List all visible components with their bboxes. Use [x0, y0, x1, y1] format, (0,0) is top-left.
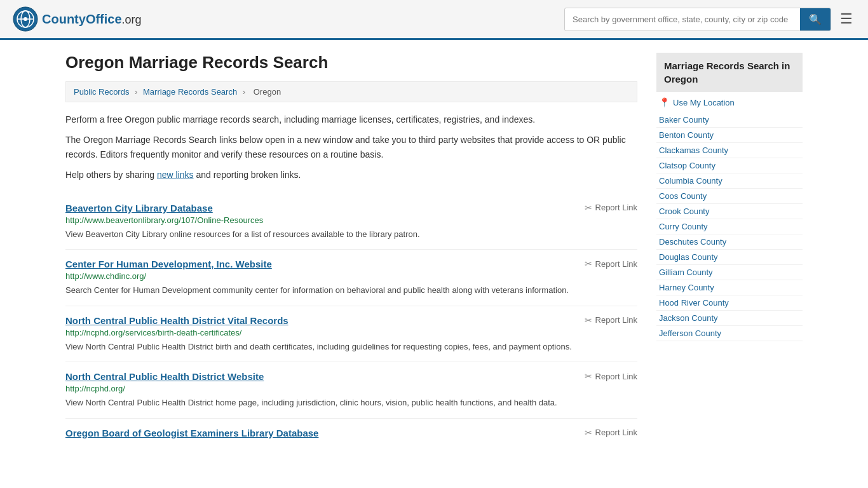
sidebar-county-link[interactable]: Harney County — [656, 280, 803, 295]
intro-paragraph-1: Perform a free Oregon public marriage re… — [65, 112, 637, 126]
result-desc: View North Central Public Health Distric… — [65, 396, 637, 409]
result-item: Center For Human Development, Inc. Websi… — [65, 250, 637, 306]
result-header: North Central Public Health District Vit… — [65, 315, 637, 326]
sidebar-title: Marriage Records Search in Oregon — [656, 53, 803, 92]
result-title[interactable]: North Central Public Health District Vit… — [65, 315, 288, 326]
intro3-prefix: Help others by sharing — [65, 170, 157, 180]
report-link-button[interactable]: ✂ Report Link — [585, 259, 637, 269]
result-title[interactable]: Beaverton City Library Database — [65, 203, 213, 214]
sidebar-county-link[interactable]: Crook County — [656, 204, 803, 219]
location-pin-icon: 📍 — [659, 97, 670, 107]
sidebar-county-link[interactable]: Coos County — [656, 189, 803, 204]
report-icon: ✂ — [585, 315, 592, 325]
breadcrumb-oregon: Oregon — [254, 87, 281, 97]
report-label: Report Link — [595, 372, 637, 381]
sidebar-county-link[interactable]: Hood River County — [656, 295, 803, 311]
main-layout: Oregon Marriage Records Search Public Re… — [53, 40, 815, 460]
search-bar: 🔍 — [564, 8, 831, 31]
logo-area: CountyOffice.org — [13, 6, 142, 32]
report-label: Report Link — [595, 259, 637, 269]
sidebar-county-link[interactable]: Jackson County — [656, 311, 803, 326]
svg-point-4 — [24, 17, 27, 21]
result-header: North Central Public Health District Web… — [65, 371, 637, 382]
new-links-link[interactable]: new links — [157, 170, 194, 180]
sidebar-county-link[interactable]: Clatsop County — [656, 158, 803, 173]
menu-button[interactable]: ☰ — [837, 8, 855, 30]
sidebar-county-link[interactable]: Benton County — [656, 128, 803, 143]
result-item: North Central Public Health District Web… — [65, 362, 637, 419]
breadcrumb-marriage-records[interactable]: Marriage Records Search — [143, 87, 237, 97]
result-url[interactable]: http://ncphd.org/ — [65, 384, 637, 393]
intro-paragraph-3: Help others by sharing new links and rep… — [65, 168, 637, 182]
report-label: Report Link — [595, 428, 637, 437]
sidebar-county-link[interactable]: Douglas County — [656, 250, 803, 265]
result-item: Oregon Board of Geologist Examiners Libr… — [65, 419, 637, 447]
result-header: Beaverton City Library Database ✂ Report… — [65, 203, 637, 214]
result-item: North Central Public Health District Vit… — [65, 306, 637, 363]
result-desc: View North Central Public Health Distric… — [65, 341, 637, 353]
report-link-button[interactable]: ✂ Report Link — [585, 315, 637, 325]
result-item: Beaverton City Library Database ✂ Report… — [65, 194, 637, 250]
content-area: Oregon Marriage Records Search Public Re… — [65, 53, 637, 447]
page-title: Oregon Marriage Records Search — [65, 53, 637, 72]
breadcrumb-public-records[interactable]: Public Records — [74, 87, 129, 97]
header-right: 🔍 ☰ — [564, 8, 855, 31]
result-desc: Search Center for Human Development comm… — [65, 284, 637, 297]
result-url[interactable]: http://www.beavertonlibrary.org/107/Onli… — [65, 215, 637, 225]
report-icon: ✂ — [585, 428, 592, 438]
use-my-location-link[interactable]: 📍 Use My Location — [656, 97, 803, 107]
result-url[interactable]: http://ncphd.org/services/birth-death-ce… — [65, 328, 637, 337]
result-header: Center For Human Development, Inc. Websi… — [65, 259, 637, 269]
result-title[interactable]: North Central Public Health District Web… — [65, 371, 264, 382]
breadcrumb-sep1: › — [135, 87, 137, 97]
report-icon: ✂ — [585, 371, 592, 381]
result-url[interactable]: http://www.chdinc.org/ — [65, 271, 637, 281]
sidebar-county-link[interactable]: Jefferson County — [656, 326, 803, 341]
sidebar-county-link[interactable]: Deschutes County — [656, 234, 803, 250]
report-link-button[interactable]: ✂ Report Link — [585, 203, 637, 213]
use-my-location-label: Use My Location — [673, 98, 735, 107]
report-label: Report Link — [595, 315, 637, 325]
result-title[interactable]: Center For Human Development, Inc. Websi… — [65, 259, 272, 269]
report-link-button[interactable]: ✂ Report Link — [585, 371, 637, 381]
sidebar: Marriage Records Search in Oregon 📍 Use … — [656, 53, 803, 447]
report-link-button[interactable]: ✂ Report Link — [585, 428, 637, 438]
results-list: Beaverton City Library Database ✂ Report… — [65, 194, 637, 447]
result-desc: View Beaverton City Library online resou… — [65, 228, 637, 241]
logo-icon — [13, 6, 38, 32]
result-header: Oregon Board of Geologist Examiners Libr… — [65, 428, 637, 438]
intro3-suffix: and reporting broken links. — [194, 170, 301, 180]
sidebar-county-link[interactable]: Gilliam County — [656, 265, 803, 280]
sidebar-county-link[interactable]: Clackamas County — [656, 143, 803, 158]
sidebar-county-link[interactable]: Baker County — [656, 112, 803, 128]
site-header: CountyOffice.org 🔍 ☰ — [0, 0, 868, 40]
report-label: Report Link — [595, 203, 637, 212]
search-input[interactable] — [565, 10, 800, 29]
sidebar-county-link[interactable]: Curry County — [656, 219, 803, 234]
report-icon: ✂ — [585, 259, 592, 269]
sidebar-county-link[interactable]: Columbia County — [656, 173, 803, 189]
logo-text: CountyOffice.org — [42, 12, 142, 27]
county-list: Baker County Benton County Clackamas Cou… — [656, 112, 803, 341]
report-icon: ✂ — [585, 203, 592, 213]
breadcrumb-sep2: › — [243, 87, 245, 97]
breadcrumb: Public Records › Marriage Records Search… — [65, 81, 637, 102]
intro-paragraph-2: The Oregon Marriage Records Search links… — [65, 133, 637, 161]
search-button[interactable]: 🔍 — [800, 8, 831, 30]
result-title[interactable]: Oregon Board of Geologist Examiners Libr… — [65, 428, 318, 438]
